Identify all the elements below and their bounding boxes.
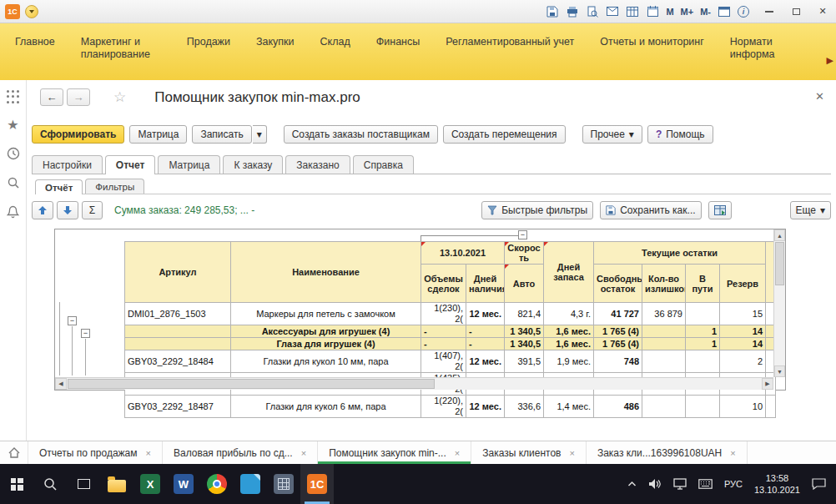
word-button[interactable]: W <box>167 464 200 504</box>
cell-days-avail[interactable]: 12 мес. <box>466 303 505 325</box>
close-tab-icon[interactable]: × <box>301 448 306 458</box>
tab-to-order[interactable]: К заказу <box>223 155 283 174</box>
cell-transit[interactable] <box>686 303 720 325</box>
collapse-group-icon[interactable]: − <box>68 316 77 325</box>
file-explorer-button[interactable] <box>100 464 133 504</box>
cell-free[interactable]: 41 727 <box>594 303 642 325</box>
section-finance[interactable]: Финансы <box>376 36 420 80</box>
tab-matrix[interactable]: Матрица <box>158 155 220 174</box>
cell-article[interactable]: GBY03_2292_18484 <box>125 350 231 373</box>
scrollbar-thumb[interactable] <box>68 379 435 389</box>
calendar-icon[interactable] <box>646 5 659 18</box>
cell-reserve[interactable]: 2 <box>720 350 766 373</box>
move-down-button[interactable] <box>57 201 78 219</box>
cell-auto[interactable]: 391,5 <box>505 350 544 373</box>
section-sales[interactable]: Продажи <box>187 36 230 80</box>
cell-free[interactable]: 1 765 (4) <box>594 325 642 338</box>
vertical-scrollbar[interactable]: ▲ ▼ <box>773 229 785 377</box>
search-icon[interactable] <box>7 176 20 189</box>
create-supplier-orders-button[interactable]: Создать заказы поставщикам <box>284 125 438 144</box>
1c-app-button[interactable]: 1С <box>300 464 334 504</box>
favorites-icon[interactable]: ★ <box>7 119 18 131</box>
history-icon[interactable] <box>7 147 20 160</box>
sum-button[interactable]: Σ <box>82 201 103 219</box>
cell-days-avail[interactable]: - <box>466 338 505 350</box>
scroll-up-icon[interactable]: ▲ <box>774 229 785 241</box>
cell-days-avail[interactable]: 12 мес. <box>466 396 505 418</box>
horizontal-scrollbar[interactable]: ◀ ▶ <box>55 377 773 390</box>
cell-days-avail[interactable]: 12 мес. <box>466 350 505 373</box>
cell-auto[interactable]: 336,6 <box>505 396 544 418</box>
table-row[interactable]: DMI01_2876_1503 Маркеры для петель с зам… <box>125 303 776 325</box>
close-form-button[interactable]: ✕ <box>815 90 824 103</box>
cell-article[interactable]: DMI01_2876_1503 <box>125 303 231 325</box>
table-row[interactable]: GBY03_2292_18484 Глазки для кукол 10 мм,… <box>125 350 776 373</box>
tab-ordered[interactable]: Заказано <box>285 155 350 174</box>
generate-button[interactable]: Сформировать <box>32 125 124 144</box>
window-tab-purchase-assistant[interactable]: Помощник закупок min-...× <box>318 441 471 464</box>
move-up-button[interactable] <box>32 201 53 219</box>
calc-m-minus-button[interactable]: M- <box>700 7 711 17</box>
help-button[interactable]: ?Помощь <box>647 125 713 144</box>
home-button[interactable] <box>0 441 28 464</box>
matrix-button[interactable]: Матрица <box>129 125 187 144</box>
export-button[interactable] <box>708 201 732 219</box>
write-dropdown-button[interactable]: ▾ <box>253 125 267 144</box>
calc-m-plus-button[interactable]: M+ <box>681 7 694 17</box>
collapse-group-icon[interactable]: − <box>81 329 90 338</box>
section-regulated[interactable]: Регламентированный учет <box>446 36 574 80</box>
cell-volumes[interactable]: 1(407), 2( <box>421 350 466 373</box>
save-as-button[interactable]: Сохранить как... <box>600 201 701 219</box>
subtab-report[interactable]: Отчёт <box>35 179 83 194</box>
cell-article[interactable] <box>125 338 231 350</box>
collapse-columns-icon[interactable]: − <box>518 230 527 239</box>
cell-volumes[interactable]: - <box>421 325 466 338</box>
cell-name[interactable]: Глаза для игрушек (4) <box>231 338 421 350</box>
scroll-right-icon[interactable]: ▶ <box>762 378 773 390</box>
save-icon[interactable] <box>546 5 559 18</box>
cell-name[interactable]: Глазки для кукол 6 мм, пара <box>231 396 421 418</box>
tab-help[interactable]: Справка <box>353 155 414 174</box>
window-tab-sales-reports[interactable]: Отчеты по продажам× <box>28 441 163 464</box>
write-button[interactable]: Записать <box>192 125 251 144</box>
close-tab-icon[interactable]: × <box>146 448 151 458</box>
keyboard-icon[interactable] <box>698 479 713 489</box>
cell-days-stock[interactable]: 1,4 мес. <box>544 396 594 418</box>
favorite-toggle-star-icon[interactable]: ☆ <box>113 88 126 106</box>
cell-days-stock[interactable]: 1,6 мес. <box>544 325 594 338</box>
cell-partial[interactable] <box>766 396 776 418</box>
service-menu-icon[interactable] <box>7 90 20 103</box>
order-sum-link[interactable]: Сумма заказа: 249 285,53; ... - <box>114 204 254 216</box>
cell-auto[interactable]: 821,4 <box>505 303 544 325</box>
cell-free[interactable]: 1 765 (4) <box>594 338 642 350</box>
cell-auto[interactable]: 1 340,5 <box>505 325 544 338</box>
cell-days-stock[interactable]: 1,6 мес. <box>544 338 594 350</box>
cell-name[interactable]: Глазки для кукол 10 мм, пара <box>231 350 421 373</box>
section-purchases[interactable]: Закупки <box>256 36 295 80</box>
calc-m-button[interactable]: M <box>666 7 673 17</box>
cell-days-avail[interactable]: - <box>466 325 505 338</box>
close-window-button[interactable]: ✕ <box>809 0 836 23</box>
section-reference-clipped[interactable]: Нормати информа <box>730 36 775 80</box>
cell-name[interactable]: Аксессуары для игрушек (4) <box>231 325 421 338</box>
cell-auto[interactable]: 1 340,5 <box>505 338 544 350</box>
tab-settings[interactable]: Настройки <box>32 155 103 174</box>
info-icon[interactable]: i <box>738 6 749 18</box>
forward-button[interactable]: → <box>67 88 90 106</box>
action-center-icon[interactable] <box>812 478 826 490</box>
cell-surplus[interactable] <box>642 350 686 373</box>
section-marketing[interactable]: Маркетинг и планирование <box>81 36 161 80</box>
back-button[interactable]: ← <box>40 88 63 106</box>
tab-report[interactable]: Отчет <box>105 155 156 174</box>
table-group-row[interactable]: Аксессуары для игрушек (4) - - 1 340,5 1… <box>125 325 776 338</box>
chrome-button[interactable] <box>200 464 234 504</box>
calculator-app-button[interactable] <box>267 464 300 504</box>
cell-days-stock[interactable]: 1,9 мес. <box>544 350 594 373</box>
network-icon[interactable] <box>673 478 687 490</box>
cell-transit[interactable] <box>686 350 720 373</box>
cell-free[interactable]: 486 <box>594 396 642 418</box>
cell-article[interactable]: GBY03_2292_18487 <box>125 396 231 418</box>
table-row[interactable]: GBY03_2292_18487 Глазки для кукол 6 мм, … <box>125 396 776 418</box>
more-button[interactable]: Еще▾ <box>790 201 831 219</box>
cell-surplus[interactable] <box>642 396 686 418</box>
